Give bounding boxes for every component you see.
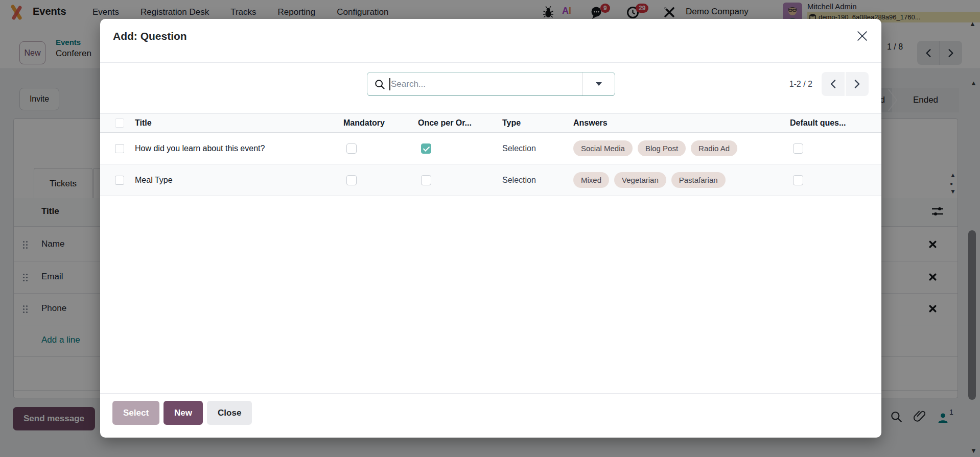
new-button[interactable]: New bbox=[164, 401, 203, 425]
answer-tag: Social Media bbox=[573, 140, 633, 156]
dialog-pager-next[interactable] bbox=[846, 72, 869, 96]
question-type: Selection bbox=[502, 176, 573, 185]
dialog-pager-previous[interactable] bbox=[822, 72, 845, 96]
default-question-checkbox bbox=[793, 175, 803, 185]
add-question-dialog: Add: Question 1-2 / 2 Title bbox=[100, 19, 881, 438]
question-row[interactable]: How did you learn about this event? Sele… bbox=[100, 133, 881, 164]
default-question-checkbox bbox=[793, 143, 803, 154]
answer-tag: Blog Post bbox=[638, 140, 686, 156]
text-cursor bbox=[389, 78, 390, 90]
column-title[interactable]: Title bbox=[135, 118, 343, 128]
mandatory-checkbox bbox=[346, 175, 357, 185]
dialog-footer: Select New Close bbox=[112, 401, 252, 425]
answer-tag: Mixed bbox=[573, 172, 609, 188]
question-type: Selection bbox=[502, 144, 573, 153]
row-select-checkbox[interactable] bbox=[115, 144, 124, 153]
column-once-per-order[interactable]: Once per Or... bbox=[418, 118, 502, 128]
answer-tag: Vegetarian bbox=[614, 172, 666, 188]
close-icon bbox=[856, 30, 868, 42]
search-input[interactable] bbox=[391, 79, 582, 89]
column-type[interactable]: Type bbox=[502, 118, 573, 128]
answer-tag: Pastafarian bbox=[671, 172, 726, 188]
chevron-left-icon bbox=[830, 79, 836, 89]
question-title[interactable]: How did you learn about this event? bbox=[135, 144, 343, 153]
search-box bbox=[367, 72, 615, 96]
screen: Events Events Registration Desk Tracks R… bbox=[0, 0, 980, 457]
dialog-pager-count: 1-2 / 2 bbox=[789, 80, 812, 89]
close-button[interactable]: Close bbox=[207, 401, 252, 425]
close-dialog-button[interactable] bbox=[854, 28, 870, 45]
chevron-right-icon bbox=[854, 79, 860, 89]
answers-tags: Social Media Blog Post Radio Ad bbox=[573, 140, 790, 156]
search-dropdown-toggle[interactable] bbox=[583, 73, 615, 95]
mandatory-checkbox bbox=[346, 143, 357, 154]
once-per-order-checkbox bbox=[421, 143, 431, 154]
dialog-pager: 1-2 / 2 bbox=[789, 72, 869, 96]
question-title[interactable]: Meal Type bbox=[135, 176, 343, 185]
column-default-question[interactable]: Default ques... bbox=[790, 118, 881, 128]
answer-tag: Radio Ad bbox=[691, 140, 737, 156]
dialog-title: Add: Question bbox=[113, 30, 187, 42]
row-select-checkbox[interactable] bbox=[115, 176, 124, 185]
column-mandatory[interactable]: Mandatory bbox=[343, 118, 418, 128]
column-answers[interactable]: Answers bbox=[573, 118, 790, 128]
search-icon bbox=[375, 79, 385, 89]
question-row[interactable]: Meal Type Selection Mixed Vegetarian Pas… bbox=[100, 164, 881, 196]
once-per-order-checkbox bbox=[421, 175, 431, 185]
questions-table-header: Title Mandatory Once per Or... Type Answ… bbox=[100, 113, 881, 133]
answers-tags: Mixed Vegetarian Pastafarian bbox=[573, 172, 790, 188]
select-all-checkbox[interactable] bbox=[115, 118, 124, 128]
caret-down-icon bbox=[596, 82, 602, 86]
select-button[interactable]: Select bbox=[112, 401, 159, 425]
